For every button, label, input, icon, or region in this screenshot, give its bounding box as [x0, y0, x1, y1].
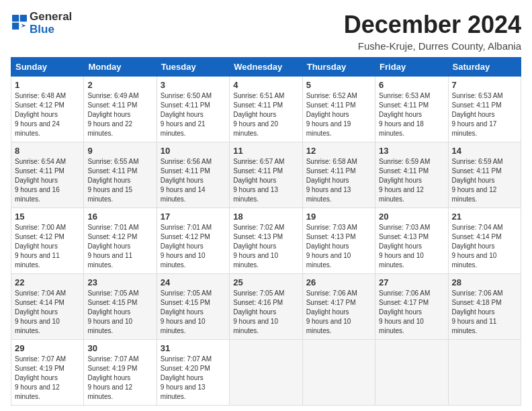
calendar-cell: 13 Sunrise: 6:59 AM Sunset: 4:11 PM Dayl…: [375, 142, 448, 208]
day-info: Sunrise: 6:57 AM Sunset: 4:11 PM Dayligh…: [233, 158, 284, 203]
calendar-cell: [302, 340, 375, 406]
logo-general: General: [30, 11, 72, 24]
calendar-cell: 6 Sunrise: 6:53 AM Sunset: 4:11 PM Dayli…: [375, 77, 448, 142]
day-info: Sunrise: 6:49 AM Sunset: 4:11 PM Dayligh…: [87, 92, 138, 137]
day-info: Sunrise: 6:59 AM Sunset: 4:11 PM Dayligh…: [452, 158, 503, 203]
calendar-row: 15 Sunrise: 7:00 AM Sunset: 4:12 PM Dayl…: [11, 208, 521, 274]
calendar-cell: 1 Sunrise: 6:48 AM Sunset: 4:12 PM Dayli…: [11, 77, 84, 142]
day-number: 31: [161, 343, 226, 353]
calendar-cell: 4 Sunrise: 6:51 AM Sunset: 4:11 PM Dayli…: [230, 77, 302, 142]
day-info: Sunrise: 7:01 AM Sunset: 4:12 PM Dayligh…: [87, 224, 138, 269]
day-info: Sunrise: 7:07 AM Sunset: 4:19 PM Dayligh…: [15, 355, 66, 400]
day-info: Sunrise: 6:55 AM Sunset: 4:11 PM Dayligh…: [87, 158, 138, 203]
day-number: 19: [306, 212, 371, 222]
calendar-cell: 28 Sunrise: 7:06 AM Sunset: 4:18 PM Dayl…: [448, 274, 521, 340]
day-info: Sunrise: 7:04 AM Sunset: 4:14 PM Dayligh…: [452, 224, 503, 269]
day-number: 29: [15, 343, 80, 353]
day-number: 4: [233, 80, 298, 90]
day-number: 13: [379, 146, 444, 156]
day-info: Sunrise: 6:52 AM Sunset: 4:11 PM Dayligh…: [306, 92, 357, 137]
weekday-header-row: Sunday Monday Tuesday Wednesday Thursday…: [11, 58, 521, 77]
calendar-cell: 15 Sunrise: 7:00 AM Sunset: 4:12 PM Dayl…: [11, 208, 84, 274]
day-info: Sunrise: 6:53 AM Sunset: 4:11 PM Dayligh…: [452, 92, 503, 137]
day-number: 25: [233, 277, 298, 287]
calendar-cell: 9 Sunrise: 6:55 AM Sunset: 4:11 PM Dayli…: [84, 142, 157, 208]
calendar-cell: 31 Sunrise: 7:07 AM Sunset: 4:20 PM Dayl…: [157, 340, 229, 406]
calendar-cell: 17 Sunrise: 7:01 AM Sunset: 4:12 PM Dayl…: [157, 208, 229, 274]
calendar-row: 22 Sunrise: 7:04 AM Sunset: 4:14 PM Dayl…: [11, 274, 521, 340]
logo-blue: Blue: [30, 24, 72, 36]
calendar-cell: 16 Sunrise: 7:01 AM Sunset: 4:12 PM Dayl…: [84, 208, 157, 274]
day-number: 7: [452, 80, 517, 90]
calendar-row: 1 Sunrise: 6:48 AM Sunset: 4:12 PM Dayli…: [11, 77, 521, 142]
calendar-cell: 20 Sunrise: 7:03 AM Sunset: 4:13 PM Dayl…: [375, 208, 448, 274]
day-info: Sunrise: 7:04 AM Sunset: 4:14 PM Dayligh…: [15, 289, 66, 334]
day-number: 20: [379, 212, 444, 222]
day-number: 15: [15, 212, 80, 222]
calendar-cell: 3 Sunrise: 6:50 AM Sunset: 4:11 PM Dayli…: [157, 77, 229, 142]
calendar-cell: 22 Sunrise: 7:04 AM Sunset: 4:14 PM Dayl…: [11, 274, 84, 340]
header-friday: Friday: [375, 58, 448, 77]
calendar-cell: 11 Sunrise: 6:57 AM Sunset: 4:11 PM Dayl…: [230, 142, 302, 208]
calendar-cell: 27 Sunrise: 7:06 AM Sunset: 4:17 PM Dayl…: [375, 274, 448, 340]
logo: General Blue: [11, 11, 72, 36]
calendar-cell: 30 Sunrise: 7:07 AM Sunset: 4:19 PM Dayl…: [84, 340, 157, 406]
day-number: 1: [15, 80, 80, 90]
page-header: General Blue December 2024 Fushe-Kruje, …: [11, 11, 521, 52]
calendar-cell: 25 Sunrise: 7:05 AM Sunset: 4:16 PM Dayl…: [230, 274, 302, 340]
calendar-cell: [230, 340, 302, 406]
day-number: 23: [87, 277, 152, 287]
day-number: 10: [161, 146, 226, 156]
day-number: 28: [452, 277, 517, 287]
calendar-cell: [375, 340, 448, 406]
header-tuesday: Tuesday: [157, 58, 229, 77]
day-info: Sunrise: 6:53 AM Sunset: 4:11 PM Dayligh…: [379, 92, 430, 137]
month-title: December 2024: [344, 11, 521, 39]
day-info: Sunrise: 7:05 AM Sunset: 4:15 PM Dayligh…: [87, 289, 138, 334]
title-area: December 2024 Fushe-Kruje, Durres County…: [344, 11, 521, 52]
day-info: Sunrise: 7:06 AM Sunset: 4:17 PM Dayligh…: [306, 289, 357, 334]
day-info: Sunrise: 7:01 AM Sunset: 4:12 PM Dayligh…: [161, 224, 212, 269]
day-number: 17: [161, 212, 226, 222]
day-number: 12: [306, 146, 371, 156]
day-info: Sunrise: 7:06 AM Sunset: 4:18 PM Dayligh…: [452, 289, 503, 334]
day-info: Sunrise: 6:51 AM Sunset: 4:11 PM Dayligh…: [233, 92, 284, 137]
day-info: Sunrise: 7:05 AM Sunset: 4:15 PM Dayligh…: [161, 289, 212, 334]
calendar-cell: 10 Sunrise: 6:56 AM Sunset: 4:11 PM Dayl…: [157, 142, 229, 208]
day-number: 22: [15, 277, 80, 287]
day-number: 9: [87, 146, 152, 156]
day-number: 16: [87, 212, 152, 222]
calendar-cell: 26 Sunrise: 7:06 AM Sunset: 4:17 PM Dayl…: [302, 274, 375, 340]
day-number: 3: [161, 80, 226, 90]
calendar-cell: [448, 340, 521, 406]
day-number: 18: [233, 212, 298, 222]
day-info: Sunrise: 7:03 AM Sunset: 4:13 PM Dayligh…: [379, 224, 430, 269]
calendar-cell: 8 Sunrise: 6:54 AM Sunset: 4:11 PM Dayli…: [11, 142, 84, 208]
day-info: Sunrise: 7:07 AM Sunset: 4:19 PM Dayligh…: [87, 355, 138, 400]
calendar-cell: 21 Sunrise: 7:04 AM Sunset: 4:14 PM Dayl…: [448, 208, 521, 274]
calendar-cell: 12 Sunrise: 6:58 AM Sunset: 4:11 PM Dayl…: [302, 142, 375, 208]
day-number: 11: [233, 146, 298, 156]
calendar-cell: 18 Sunrise: 7:02 AM Sunset: 4:13 PM Dayl…: [230, 208, 302, 274]
day-info: Sunrise: 6:50 AM Sunset: 4:11 PM Dayligh…: [161, 92, 212, 137]
calendar-cell: 5 Sunrise: 6:52 AM Sunset: 4:11 PM Dayli…: [302, 77, 375, 142]
day-info: Sunrise: 6:59 AM Sunset: 4:11 PM Dayligh…: [379, 158, 430, 203]
header-thursday: Thursday: [302, 58, 375, 77]
header-monday: Monday: [84, 58, 157, 77]
svg-rect-1: [20, 15, 27, 21]
day-number: 30: [87, 343, 152, 353]
calendar-row: 8 Sunrise: 6:54 AM Sunset: 4:11 PM Dayli…: [11, 142, 521, 208]
logo-icon: [12, 15, 27, 30]
day-info: Sunrise: 6:56 AM Sunset: 4:11 PM Dayligh…: [161, 158, 212, 203]
day-info: Sunrise: 7:03 AM Sunset: 4:13 PM Dayligh…: [306, 224, 357, 269]
day-number: 2: [87, 80, 152, 90]
day-number: 14: [452, 146, 517, 156]
calendar-cell: 29 Sunrise: 7:07 AM Sunset: 4:19 PM Dayl…: [11, 340, 84, 406]
day-info: Sunrise: 6:58 AM Sunset: 4:11 PM Dayligh…: [306, 158, 357, 203]
day-info: Sunrise: 6:48 AM Sunset: 4:12 PM Dayligh…: [15, 92, 66, 137]
day-number: 27: [379, 277, 444, 287]
day-info: Sunrise: 7:00 AM Sunset: 4:12 PM Dayligh…: [15, 224, 66, 269]
svg-rect-0: [12, 15, 19, 21]
day-number: 21: [452, 212, 517, 222]
calendar-cell: 24 Sunrise: 7:05 AM Sunset: 4:15 PM Dayl…: [157, 274, 229, 340]
